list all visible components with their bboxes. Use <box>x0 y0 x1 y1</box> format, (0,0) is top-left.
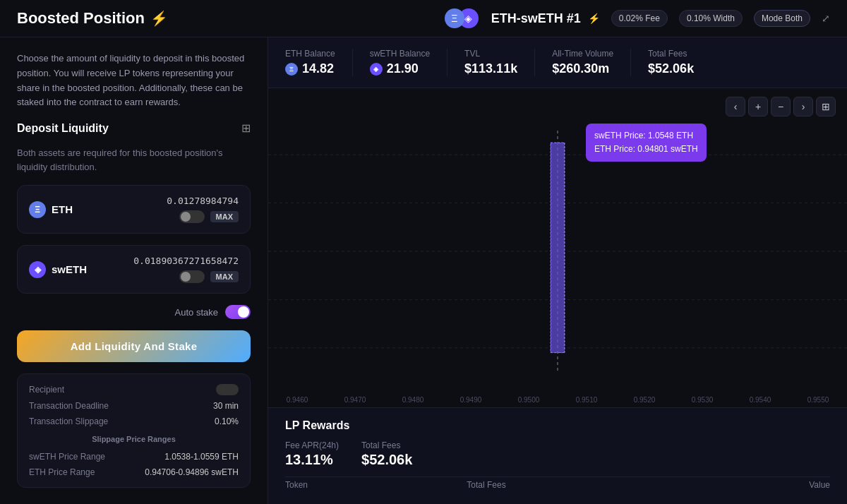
add-liquidity-button[interactable]: Add Liquidity And Stake <box>17 330 251 362</box>
auto-stake-label: Auto stake <box>175 307 218 318</box>
lp-fee-apr-label: Fee APR(24h) <box>285 440 339 450</box>
recipient-row: Recipient <box>29 384 239 395</box>
col-value: Value <box>649 480 830 490</box>
pair-name: ETH-swETH #1 <box>491 11 581 26</box>
chart-zoom-in-button[interactable]: + <box>748 97 768 116</box>
chart-bar <box>551 143 565 353</box>
eth-price-range-value: 0.94706-0.94896 swETH <box>145 467 239 477</box>
eth-price-range-label: ETH Price Range <box>29 467 95 477</box>
tooltip-line2: ETH Price: 0.94801 swETH <box>594 143 698 156</box>
eth-input-box: Ξ ETH 0.01278984794 MAX <box>17 185 251 234</box>
sweth-toggle-max: MAX <box>179 270 239 283</box>
lp-table-header: Token Total Fees Value <box>285 476 830 493</box>
eth-token-icon: Ξ <box>29 201 46 218</box>
lp-rewards-title: LP Rewards <box>285 419 830 432</box>
lp-total-fees-label: Total Fees <box>361 440 412 450</box>
chart-tooltip: swETH Price: 1.0548 ETH ETH Price: 0.948… <box>586 124 707 162</box>
lp-fee-apr: Fee APR(24h) 13.11% <box>285 440 339 468</box>
lp-total-fees: Total Fees $52.06k <box>361 440 412 468</box>
tooltip-line1: swETH Price: 1.0548 ETH <box>594 129 698 143</box>
chart-area: ‹ + − › ⊞ swETH Price: 1.0548 ETH ETH Pr… <box>268 88 847 407</box>
slippage-label: Transaction Slippage <box>29 416 108 426</box>
width-badge[interactable]: 0.10% Width <box>679 10 743 27</box>
sweth-toggle-switch[interactable] <box>179 270 205 283</box>
stat-sweth-icon: ◈ <box>370 63 383 76</box>
page-title: Boosted Position ⚡ <box>17 9 168 28</box>
eth-balance-value: Ξ 14.82 <box>285 61 335 76</box>
eth-toggle-switch[interactable] <box>179 210 205 223</box>
stats-bar: ETH Balance Ξ 14.82 swETH Balance ◈ 21.9… <box>268 37 847 88</box>
auto-stake-row: Auto stake <box>17 305 251 319</box>
sweth-amount[interactable]: 0.01890367271658472 <box>133 256 239 266</box>
eth-balance-stat: ETH Balance Ξ 14.82 <box>285 49 353 76</box>
eth-toggle-max: MAX <box>179 210 239 223</box>
chart-next-button[interactable]: › <box>793 97 813 116</box>
stat-eth-icon: Ξ <box>285 63 298 76</box>
lp-fee-apr-value: 13.11% <box>285 452 339 468</box>
fees-stat: Total Fees $52.06k <box>648 49 711 76</box>
sweth-price-range-value: 1.0538-1.0559 ETH <box>164 452 239 462</box>
sweth-balance-label: swETH Balance <box>370 49 430 59</box>
sweth-max-button[interactable]: MAX <box>210 271 239 282</box>
both-required-text: Both assets are required for this booste… <box>17 146 251 174</box>
left-panel: Choose the amount of liquidity to deposi… <box>0 37 268 504</box>
expand-icon[interactable]: ⤢ <box>822 13 830 24</box>
eth-max-button[interactable]: MAX <box>210 211 239 222</box>
eth-amount-right: 0.01278984794 MAX <box>167 196 239 223</box>
right-panel: ETH Balance Ξ 14.82 swETH Balance ◈ 21.9… <box>268 37 847 504</box>
eth-label: Ξ ETH <box>29 201 73 218</box>
sweth-balance-value: ◈ 21.90 <box>370 61 430 76</box>
pair-info: Ξ ◈ ETH-swETH #1 ⚡ <box>445 8 600 28</box>
tvl-stat: TVL $113.11k <box>464 49 535 76</box>
chart-controls: ‹ + − › ⊞ <box>726 97 836 116</box>
description-text: Choose the amount of liquidity to deposi… <box>17 52 251 110</box>
col-token: Token <box>285 480 467 490</box>
recipient-toggle[interactable] <box>216 384 239 395</box>
eth-token-name: ETH <box>52 203 73 215</box>
lp-rewards-section: LP Rewards Fee APR(24h) 13.11% Total Fee… <box>268 407 847 504</box>
chart-svg-wrapper <box>268 131 847 372</box>
sweth-label: ◈ swETH <box>29 261 87 278</box>
pair-icons: Ξ ◈ <box>445 8 479 28</box>
deadline-row: Transaction Deadline 30 min <box>29 401 239 411</box>
eth-icon: Ξ <box>445 8 464 28</box>
tvl-value: $113.11k <box>464 61 517 76</box>
sweth-amount-right: 0.01890367271658472 MAX <box>133 256 239 283</box>
eth-amount[interactable]: 0.01278984794 <box>167 196 239 206</box>
col-fees: Total Fees <box>467 480 648 490</box>
slippage-value: 0.10% <box>215 416 239 426</box>
sweth-token-icon: ◈ <box>29 261 46 278</box>
bolt-icon: ⚡ <box>150 10 168 27</box>
eth-balance-label: ETH Balance <box>285 49 335 59</box>
sweth-input-box: ◈ swETH 0.01890367271658472 MAX <box>17 245 251 294</box>
sweth-balance-stat: swETH Balance ◈ 21.90 <box>370 49 447 76</box>
chart-settings-button[interactable]: ⊞ <box>816 97 836 116</box>
sweth-price-range-label: swETH Price Range <box>29 452 105 462</box>
deposit-title: Deposit Liquidity <box>17 122 109 135</box>
slippage-price-divider: Slippage Price Ranges <box>29 432 239 446</box>
pair-bolt-icon: ⚡ <box>588 13 600 24</box>
recipient-label: Recipient <box>29 385 64 395</box>
lp-total-fees-value: $52.06k <box>361 452 412 468</box>
volume-label: All-Time Volume <box>552 49 613 59</box>
mode-badge[interactable]: Mode Both <box>754 10 810 27</box>
eth-price-range-row: ETH Price Range 0.94706-0.94896 swETH <box>29 467 239 477</box>
fees-value: $52.06k <box>648 61 694 76</box>
info-panel: Recipient Transaction Deadline 30 min Tr… <box>17 373 251 488</box>
volume-stat: All-Time Volume $260.30m <box>552 49 631 76</box>
fees-label: Total Fees <box>648 49 694 59</box>
auto-stake-toggle[interactable] <box>225 305 251 319</box>
sweth-token-name: swETH <box>52 263 87 275</box>
chart-prev-button[interactable]: ‹ <box>726 97 745 116</box>
fee-badge[interactable]: 0.02% Fee <box>611 10 668 27</box>
deposit-section-header: Deposit Liquidity ⊞ <box>17 121 251 135</box>
chart-x-labels: 0.9460 0.9470 0.9480 0.9490 0.9500 0.951… <box>268 396 847 404</box>
deadline-value: 30 min <box>213 401 239 411</box>
tvl-label: TVL <box>464 49 517 59</box>
lp-stats-row: Fee APR(24h) 13.11% Total Fees $52.06k <box>285 440 830 468</box>
volume-value: $260.30m <box>552 61 613 76</box>
slippage-row: Transaction Slippage 0.10% <box>29 416 239 426</box>
deadline-label: Transaction Deadline <box>29 401 109 411</box>
settings-icon[interactable]: ⊞ <box>241 121 251 135</box>
chart-zoom-out-button[interactable]: − <box>771 97 791 116</box>
